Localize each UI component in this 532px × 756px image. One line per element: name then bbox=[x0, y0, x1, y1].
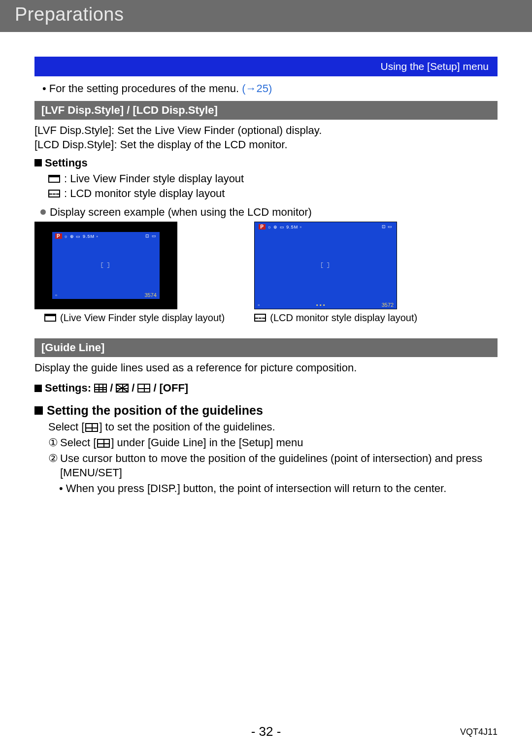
section-header-guide-line: [Guide Line] bbox=[34, 338, 498, 357]
setting-option-lcd-text: : LCD monitor style display layout bbox=[64, 186, 225, 201]
osd-top-lcd: P ☼ ⊕ ▭ 9.5M ▫ ⊡ ▭ bbox=[259, 224, 393, 230]
caption-lcd: (LCD monitor style display layout) bbox=[254, 312, 417, 324]
page-title: Preparations bbox=[15, 4, 124, 25]
screen-col-lvf: P ☼ ⊕ ▭ 9.5M ▫ ⊡ ▭ ┌ ┐└ ┘ ▫3574 (Live Vi… bbox=[34, 222, 225, 324]
disp-style-desc2: [LCD Disp.Style]: Set the display of the… bbox=[34, 138, 498, 152]
slash: / bbox=[132, 382, 134, 394]
grid-cross-icon bbox=[137, 384, 150, 393]
grid-3x3-icon bbox=[94, 384, 107, 393]
setting-option-lcd: : LCD monitor style display layout bbox=[48, 186, 498, 201]
screen-lvf-area: P ☼ ⊕ ▭ 9.5M ▫ ⊡ ▭ ┌ ┐└ ┘ ▫3574 bbox=[52, 232, 160, 299]
step-1: ① Select [] under [Guide Line] in the [S… bbox=[48, 435, 498, 450]
guide-line-settings-row: Settings: / / / [OFF] bbox=[34, 382, 498, 394]
step-note-text: When you press [DISP.] button, the point… bbox=[66, 482, 446, 494]
example-screens: P ☼ ⊕ ▭ 9.5M ▫ ⊡ ▭ ┌ ┐└ ┘ ▫3574 (Live Vi… bbox=[34, 222, 498, 324]
section-header-disp-style: [LVF Disp.Style] / [LCD Disp.Style] bbox=[34, 101, 498, 120]
settings-prefix: Settings: bbox=[45, 382, 91, 394]
cross-ref-link[interactable]: (→25) bbox=[242, 82, 272, 95]
guide-line-desc: Display the guide lines used as a refere… bbox=[34, 361, 498, 375]
document-id: VQT4J11 bbox=[460, 727, 498, 737]
lcd-style-icon bbox=[254, 314, 266, 322]
square-bullet-icon bbox=[34, 385, 42, 392]
position-line1: Select [] to set the position of the gui… bbox=[48, 420, 498, 434]
crop-marks-icon: ┌ ┐└ ┘ bbox=[320, 260, 332, 271]
position-heading-text: Setting the position of the guidelines bbox=[47, 403, 263, 418]
top-banner: Preparations bbox=[0, 0, 532, 32]
content-area: Using the [Setup] menu • For the setting… bbox=[0, 57, 532, 496]
caption-lvf: (Live View Finder style display layout) bbox=[34, 312, 225, 324]
context-bar: Using the [Setup] menu bbox=[34, 57, 498, 76]
step-2: ② Use cursor button to move the position… bbox=[48, 451, 498, 480]
example-intro: Display screen example (when using the L… bbox=[40, 206, 498, 219]
txt: Select [ bbox=[48, 421, 84, 433]
disp-style-desc1: [LVF Disp.Style]: Set the Live View Find… bbox=[34, 124, 498, 138]
grid-cross-icon bbox=[97, 439, 110, 448]
circle-bullet-icon bbox=[40, 209, 46, 215]
osd-mode-p: P bbox=[55, 233, 62, 239]
screen-col-lcd: P ☼ ⊕ ▭ 9.5M ▫ ⊡ ▭ ┌ ┐└ ┘ ▫▪ ▪ ▪3572 (LC… bbox=[254, 222, 417, 324]
slash: / bbox=[110, 382, 113, 394]
txt: ] under [Guide Line] in the [Setup] menu bbox=[111, 436, 303, 449]
intro-line: • For the setting procedures of the menu… bbox=[42, 82, 498, 95]
setting-option-lvf-text: : Live View Finder style display layout bbox=[64, 171, 244, 186]
grid-cross-icon bbox=[85, 423, 98, 432]
lvf-style-icon bbox=[48, 175, 60, 183]
step-2-text: Use cursor button to move the position o… bbox=[60, 451, 498, 480]
osd-counter-lcd: 3572 bbox=[382, 302, 394, 308]
osd-bottom-lcd: ▫▪ ▪ ▪3572 bbox=[258, 302, 394, 308]
position-body: Select [] to set the position of the gui… bbox=[48, 420, 498, 495]
setting-option-lvf: : Live View Finder style display layout bbox=[48, 171, 498, 186]
slash: / bbox=[153, 382, 156, 394]
step-1-text: Select [] under [Guide Line] in the [Set… bbox=[60, 435, 303, 450]
square-bullet-icon bbox=[34, 159, 42, 166]
osd-res: 9.5M bbox=[286, 225, 298, 230]
step-note: • When you press [DISP.] button, the poi… bbox=[59, 481, 498, 496]
circled-two-icon: ② bbox=[48, 451, 58, 480]
position-heading: Setting the position of the guidelines bbox=[34, 403, 498, 418]
page-number: - 32 - bbox=[251, 724, 281, 739]
square-bullet-icon bbox=[34, 406, 43, 415]
txt: Select [ bbox=[60, 436, 96, 449]
osd-bottom-lvf: ▫3574 bbox=[55, 292, 157, 298]
screen-lvf: P ☼ ⊕ ▭ 9.5M ▫ ⊡ ▭ ┌ ┐└ ┘ ▫3574 bbox=[34, 222, 177, 309]
caption-lvf-text: (Live View Finder style display layout) bbox=[60, 312, 225, 324]
lcd-style-icon bbox=[48, 190, 60, 197]
txt: ] to set the position of the guidelines. bbox=[99, 421, 275, 433]
section2-title: [Guide Line] bbox=[41, 341, 104, 354]
section1-title: [LVF Disp.Style] / [LCD Disp.Style] bbox=[41, 104, 218, 116]
section-guide-line: [Guide Line] Display the guide lines use… bbox=[34, 338, 498, 496]
lvf-style-icon bbox=[44, 314, 56, 322]
osd-top-lvf: P ☼ ⊕ ▭ 9.5M ▫ ⊡ ▭ bbox=[55, 233, 157, 239]
example-intro-text: Display screen example (when using the L… bbox=[50, 206, 312, 219]
screen-lcd: P ☼ ⊕ ▭ 9.5M ▫ ⊡ ▭ ┌ ┐└ ┘ ▫▪ ▪ ▪3572 bbox=[254, 222, 397, 309]
osd-counter-lvf: 3574 bbox=[145, 292, 157, 298]
context-bar-text: Using the [Setup] menu bbox=[381, 61, 489, 72]
osd-mode-p: P bbox=[259, 224, 266, 230]
screen-lcd-area: P ☼ ⊕ ▭ 9.5M ▫ ⊡ ▭ ┌ ┐└ ┘ ▫▪ ▪ ▪3572 bbox=[255, 222, 397, 309]
intro-text: For the setting procedures of the menu. bbox=[49, 82, 242, 95]
crop-marks-icon: ┌ ┐└ ┘ bbox=[100, 260, 112, 271]
settings-label: Settings bbox=[45, 157, 88, 169]
settings-options: : Live View Finder style display layout … bbox=[48, 171, 498, 200]
grid-diagonal-icon bbox=[116, 384, 129, 393]
caption-lcd-text: (LCD monitor style display layout) bbox=[270, 312, 417, 324]
settings-heading-row: Settings bbox=[34, 157, 498, 169]
page-footer: - 32 - bbox=[0, 724, 532, 739]
osd-res: 9.5M bbox=[83, 234, 95, 239]
circled-one-icon: ① bbox=[48, 435, 58, 450]
off-label: [OFF] bbox=[160, 382, 189, 394]
